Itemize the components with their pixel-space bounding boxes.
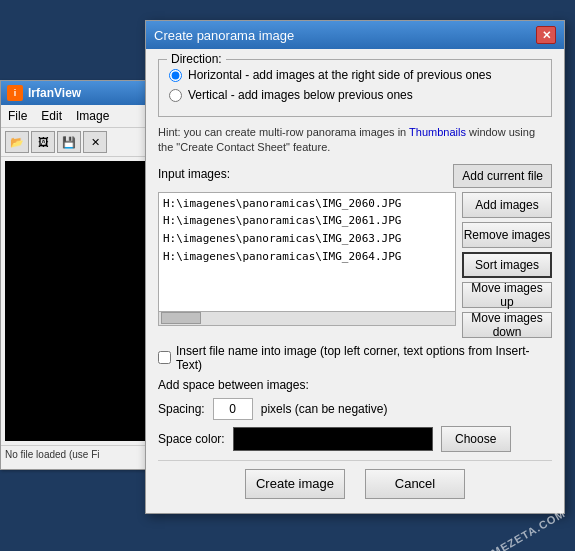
choose-button[interactable]: Choose [441,426,511,452]
right-buttons: Add images Remove images Sort images Mov… [462,192,552,338]
horizontal-label: Horizontal - add images at the right sid… [188,68,492,82]
cancel-button[interactable]: Cancel [365,469,465,499]
pixels-label: pixels (can be negative) [261,402,388,416]
create-panorama-dialog: Create panorama image ✕ Direction: Horiz… [145,20,565,514]
horizontal-radio-row: Horizontal - add images at the right sid… [169,68,541,82]
spacing-input[interactable] [213,398,253,420]
direction-group: Direction: Horizontal - add images at th… [158,59,552,117]
sort-images-button[interactable]: Sort images [462,252,552,278]
file-listbox-inner: H:\imagenes\panoramicas\IMG_2060.JPG H:\… [159,193,455,267]
thumbnails-link[interactable]: Thumbnails [409,126,466,138]
menu-edit[interactable]: Edit [38,107,65,125]
toolbar-view[interactable]: 🖼 [31,131,55,153]
vertical-label: Vertical - add images below previous one… [188,88,413,102]
vertical-radio[interactable] [169,89,182,102]
file-list-container: H:\imagenes\panoramicas\IMG_2060.JPG H:\… [158,192,456,338]
vertical-radio-row: Vertical - add images below previous one… [169,88,541,102]
close-button[interactable]: ✕ [536,26,556,44]
create-image-button[interactable]: Create image [245,469,345,499]
bottom-buttons: Create image Cancel [158,460,552,503]
file-listbox[interactable]: H:\imagenes\panoramicas\IMG_2060.JPG H:\… [158,192,456,312]
insert-filename-row: Insert file name into image (top left co… [158,344,552,372]
direction-label: Direction: [167,52,226,66]
horizontal-radio[interactable] [169,69,182,82]
dialog-content: Direction: Horizontal - add images at th… [146,49,564,513]
toolbar-open[interactable]: 📂 [5,131,29,153]
menu-file[interactable]: File [5,107,30,125]
input-images-label: Input images: [158,167,230,181]
horizontal-scrollbar[interactable] [158,312,456,326]
hint-text: Hint: you can create multi-row panorama … [158,125,552,156]
toolbar-close[interactable]: ✕ [83,131,107,153]
dialog-titlebar: Create panorama image ✕ [146,21,564,49]
menu-image[interactable]: Image [73,107,112,125]
add-current-file-button[interactable]: Add current file [453,164,552,188]
insert-filename-label: Insert file name into image (top left co… [176,344,552,372]
spacing-section-label: Add space between images: [158,378,552,392]
remove-images-button[interactable]: Remove images [462,222,552,248]
list-item[interactable]: H:\imagenes\panoramicas\IMG_2064.JPG [163,248,451,266]
toolbar-save[interactable]: 💾 [57,131,81,153]
irfanview-logo: i [7,85,23,101]
list-item[interactable]: H:\imagenes\panoramicas\IMG_2060.JPG [163,195,451,213]
space-color-label: Space color: [158,432,225,446]
input-area: H:\imagenes\panoramicas\IMG_2060.JPG H:\… [158,192,552,338]
insert-filename-checkbox[interactable] [158,351,171,364]
spacing-row: Spacing: pixels (can be negative) [158,398,552,420]
add-images-button[interactable]: Add images [462,192,552,218]
move-images-up-button[interactable]: Move images up [462,282,552,308]
list-item[interactable]: H:\imagenes\panoramicas\IMG_2061.JPG [163,212,451,230]
spacing-label: Spacing: [158,402,205,416]
scrollbar-thumb[interactable] [161,312,201,324]
move-images-down-button[interactable]: Move images down [462,312,552,338]
color-swatch[interactable] [233,427,433,451]
dialog-title: Create panorama image [154,28,294,43]
irfanview-title: IrfanView [28,86,81,100]
color-row: Space color: Choose [158,426,552,452]
list-item[interactable]: H:\imagenes\panoramicas\IMG_2063.JPG [163,230,451,248]
